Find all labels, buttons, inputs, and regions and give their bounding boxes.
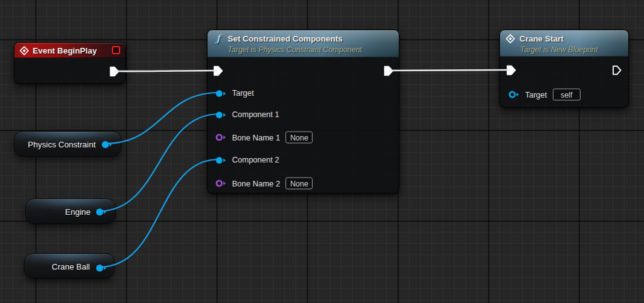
name-pin[interactable]	[215, 180, 226, 188]
object-pin[interactable]	[508, 91, 519, 99]
exec-wire-beginplay-to-setconstrained[interactable]	[114, 71, 217, 71]
exec-output-pin[interactable]	[109, 66, 119, 77]
node-title: Set Constrained Components	[228, 34, 343, 43]
variable-label: Physics Constraint	[28, 139, 96, 149]
exec-output-pin[interactable]	[612, 65, 622, 76]
node-variable-crane-ball[interactable]: Crane Ball	[24, 253, 114, 279]
object-output-pin[interactable]	[96, 264, 107, 272]
event-diamond-icon	[506, 34, 515, 43]
pin-label: Bone Name 1	[232, 133, 280, 142]
pin-label: Bone Name 2	[232, 179, 280, 188]
node-event-beginplay[interactable]: Event BeginPlay	[14, 42, 126, 84]
node-crane-start-header[interactable]: Crane Start Target is New Blueprint	[500, 30, 628, 57]
node-title: Event BeginPlay	[33, 46, 97, 55]
data-wire-engine-to-component-1[interactable]	[99, 114, 219, 211]
variable-label: Engine	[65, 207, 91, 216]
bone-name-1-input[interactable]: None	[286, 132, 313, 144]
pin-label: Component 2	[232, 156, 279, 164]
pin-row-component-1: Component 1	[215, 110, 279, 119]
node-subtitle: Target is New Blueprint	[520, 45, 623, 54]
object-pin[interactable]	[215, 156, 226, 164]
exec-input-pin[interactable]	[506, 65, 516, 76]
node-variable-physics-constraint[interactable]: Physics Constraint	[14, 131, 121, 157]
event-diamond-icon	[19, 46, 29, 55]
pin-label: Target	[232, 89, 254, 98]
pin-row-component-2: Component 2	[215, 156, 279, 164]
exec-output-pin[interactable]	[384, 66, 394, 76]
exec-wire-setconstrained-to-cranestart[interactable]	[389, 70, 510, 71]
pin-row-target: Target	[215, 89, 254, 98]
target-self-input[interactable]: self	[553, 89, 580, 101]
pin-row-bone-name-2: Bone Name 2 None	[215, 178, 313, 190]
blueprint-graph-canvas[interactable]: Event BeginPlay ƒ Set Constrained Compon…	[0, 0, 644, 303]
object-output-pin[interactable]	[101, 140, 113, 149]
node-set-constrained-components-header[interactable]: ƒ Set Constrained Components Target is P…	[208, 30, 399, 57]
exec-input-pin[interactable]	[213, 66, 223, 76]
node-crane-start[interactable]: Crane Start Target is New Blueprint Targ…	[499, 30, 629, 108]
node-variable-engine[interactable]: Engine	[25, 198, 116, 224]
object-output-pin[interactable]	[96, 208, 107, 216]
node-set-constrained-components[interactable]: ƒ Set Constrained Components Target is P…	[207, 30, 399, 193]
name-pin[interactable]	[215, 134, 226, 142]
delegate-pin[interactable]	[112, 46, 120, 54]
object-pin[interactable]	[215, 89, 226, 98]
pin-row-bone-name-1: Bone Name 1 None	[215, 132, 313, 144]
node-event-beginplay-header[interactable]: Event BeginPlay	[14, 43, 125, 58]
object-pin[interactable]	[215, 111, 226, 119]
data-wire-physics-constraint-to-target[interactable]	[105, 93, 219, 144]
pin-label: Component 1	[232, 110, 279, 119]
data-wire-crane-ball-to-component-2[interactable]	[99, 159, 219, 267]
pin-label: Target	[525, 90, 547, 99]
pin-row-target: Target self	[508, 89, 580, 101]
variable-label: Crane Ball	[52, 261, 90, 271]
bone-name-2-input[interactable]: None	[286, 178, 313, 190]
node-subtitle: Target is Physics Constraint Component	[228, 45, 393, 54]
function-icon: ƒ	[213, 33, 223, 44]
node-title: Crane Start	[519, 34, 564, 43]
